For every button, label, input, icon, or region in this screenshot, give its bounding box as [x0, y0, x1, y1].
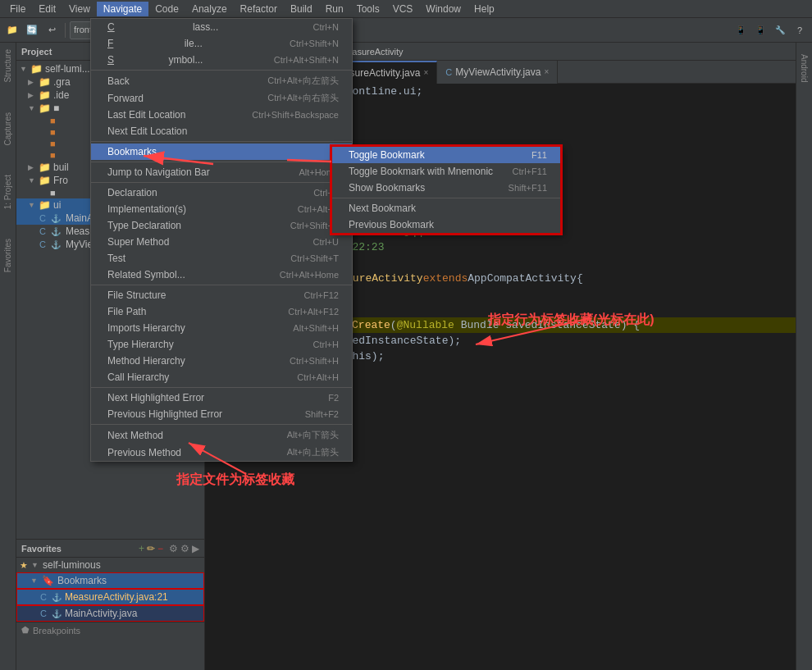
menu-next-method[interactable]: Next Method Alt+向下箭头: [91, 426, 352, 444]
fav-main-file[interactable]: C ⚓ MainActivity.java: [16, 605, 204, 622]
menu-file[interactable]: File: [3, 2, 32, 16]
structure-tab[interactable]: Structure: [2, 46, 14, 86]
favorites-tab-left[interactable]: Favorites: [2, 235, 14, 276]
nav-sep-6: [91, 387, 352, 388]
menu-next-error[interactable]: Next Highlighted Error F2: [91, 390, 352, 406]
fav-item-root[interactable]: ★ ▼ self-luminous: [16, 558, 204, 572]
android-tab[interactable]: Android: [798, 51, 810, 85]
menu-prev-method-shortcut: Alt+向上箭头: [287, 446, 339, 458]
menu-vcs[interactable]: VCS: [386, 2, 420, 16]
help-btn[interactable]: ?: [791, 21, 809, 39]
fav-edit-btn[interactable]: ✏: [147, 543, 155, 554]
menu-type-decl[interactable]: Type Declaration Ctrl+Shift+B: [91, 217, 352, 234]
menu-view[interactable]: View: [62, 2, 97, 16]
menu-file-path[interactable]: File Path Ctrl+Alt+F12: [91, 303, 352, 320]
menu-file-structure[interactable]: File Structure Ctrl+F12: [91, 287, 352, 303]
next-bookmark[interactable]: Next Bookmark: [332, 200, 560, 216]
sync-btn[interactable]: 🔄: [23, 21, 41, 39]
menu-class-label: C: [107, 21, 115, 33]
fav-measure-file[interactable]: C ⚓ MeasureActivity.java:21: [16, 589, 204, 605]
menu-file-shortcut: Ctrl+Shift+N: [290, 39, 339, 48]
navigate-menu: Class... Ctrl+N File... Ctrl+Shift+N Sym…: [90, 18, 353, 462]
menu-build[interactable]: Build: [284, 2, 319, 16]
undo-btn[interactable]: ↩: [43, 21, 61, 39]
menu-next-edit-label: Next Edit Location: [107, 125, 187, 137]
star-icon: ★: [20, 560, 28, 571]
menu-last-edit[interactable]: Last Edit Location Ctrl+Shift+Backspace: [91, 107, 352, 123]
sdk-btn[interactable]: 🔧: [771, 21, 789, 39]
menu-class[interactable]: Class... Ctrl+N: [91, 19, 352, 35]
toggle-bookmark[interactable]: Toggle Bookmark F11: [332, 147, 560, 163]
favorites-title: Favorites: [21, 544, 62, 554]
menu-back[interactable]: Back Ctrl+Alt+向左箭头: [91, 72, 352, 89]
menu-call-hierarchy[interactable]: Call Hierarchy Ctrl+Alt+H: [91, 369, 352, 385]
menu-type-hier-label: Type Hierarchy: [107, 339, 174, 350]
breakpoints-bar: ⬟ Breakpoints: [16, 622, 204, 638]
menu-analyze[interactable]: Analyze: [185, 2, 234, 16]
nav-sep-5: [91, 285, 352, 285]
show-bookmarks[interactable]: Show Bookmarks Shift+F11: [332, 180, 560, 196]
favorites-header: Favorites + ✏ − ⚙ ⚙ ▶: [16, 540, 204, 558]
tab-myviewactivity[interactable]: C MyViewActivity.java ×: [437, 61, 558, 84]
fav-main-icon: C: [40, 608, 47, 618]
prev-bookmark[interactable]: Previous Bookmark: [332, 216, 560, 233]
menu-next-edit[interactable]: Next Edit Location: [91, 123, 352, 139]
nav-sep-1: [91, 70, 352, 71]
tree-arrow-bookmarks: ▼: [30, 577, 39, 585]
breakpoints-label: Breakpoints: [33, 626, 80, 636]
toggle-bookmark-shortcut: F11: [531, 150, 547, 160]
menu-bookmarks[interactable]: Bookmarks ▶: [91, 144, 352, 160]
menu-forward[interactable]: Forward Ctrl+Alt+向右箭头: [91, 89, 352, 107]
tab-close-measure[interactable]: ×: [423, 68, 428, 77]
menu-test-shortcut: Ctrl+Shift+T: [290, 253, 339, 263]
menu-implementation[interactable]: Implementation(s) Ctrl+Alt+B: [91, 201, 352, 217]
fav-settings-btn[interactable]: ⚙: [169, 543, 178, 554]
menu-super-shortcut: Ctrl+U: [313, 237, 339, 247]
toggle-bookmark-mnemonic[interactable]: Toggle Bookmark with Mnemonic Ctrl+F11: [332, 163, 560, 180]
menu-test[interactable]: Test Ctrl+Shift+T: [91, 250, 352, 267]
bookmarks-folder-label: Bookmarks: [57, 575, 107, 586]
menu-code[interactable]: Code: [148, 2, 185, 16]
nav-sep-2: [91, 141, 352, 142]
menu-prev-error[interactable]: Previous Highlighted Error Shift+F2: [91, 406, 352, 422]
fav-gear2-btn[interactable]: ⚙: [180, 543, 189, 554]
menu-declaration[interactable]: Declaration Ctrl+B: [91, 185, 352, 201]
next-bookmark-label: Next Bookmark: [349, 203, 416, 214]
menu-file-nav[interactable]: File... Ctrl+Shift+N: [91, 35, 352, 52]
menu-forward-shortcut: Ctrl+Alt+向右箭头: [267, 92, 339, 104]
avd-btn[interactable]: 📱: [751, 21, 769, 39]
menu-type-hierarchy[interactable]: Type Hierarchy Ctrl+H: [91, 336, 352, 353]
fav-bookmarks-folder[interactable]: ▼ 🔖 Bookmarks: [16, 572, 204, 589]
device-btn[interactable]: 📱: [732, 21, 750, 39]
menu-prev-error-shortcut: Shift+F2: [305, 409, 339, 419]
menu-imports-label: Imports Hierarchy: [107, 322, 185, 334]
menu-jump-nav-bar[interactable]: Jump to Navigation Bar Alt+Home: [91, 164, 352, 180]
menu-super-method[interactable]: Super Method Ctrl+U: [91, 234, 352, 250]
fav-more-btn[interactable]: ▶: [192, 543, 199, 554]
menu-run[interactable]: Run: [319, 2, 350, 16]
menu-prev-method[interactable]: Previous Method Alt+向上箭头: [91, 444, 352, 461]
menu-help[interactable]: Help: [468, 2, 501, 16]
menu-tools[interactable]: Tools: [350, 2, 386, 16]
tab-close-myview[interactable]: ×: [544, 67, 549, 76]
menu-imports-hierarchy[interactable]: Imports Hierarchy Alt+Shift+H: [91, 320, 352, 336]
fav-add-btn[interactable]: +: [139, 543, 144, 554]
project-tab-left[interactable]: 1: Project: [2, 171, 14, 212]
menu-related-symbol[interactable]: Related Symbol... Ctrl+Alt+Home: [91, 267, 352, 283]
menu-declaration-label: Declaration: [107, 187, 157, 198]
captures-tab[interactable]: Captures: [2, 109, 14, 149]
menu-refactor[interactable]: Refactor: [234, 2, 284, 16]
menu-window[interactable]: Window: [419, 2, 468, 16]
fav-measure-label: MeasureActivity.java:21: [65, 591, 168, 603]
menu-edit[interactable]: Edit: [32, 2, 62, 16]
toggle-mnemonic-shortcut: Ctrl+F11: [513, 166, 548, 176]
project-panel-title: Project: [21, 47, 52, 57]
fav-measure-anchor: ⚓: [52, 593, 62, 602]
menu-symbol[interactable]: Symbol... Ctrl+Alt+Shift+N: [91, 52, 352, 68]
menu-back-shortcut: Ctrl+Alt+向左箭头: [267, 75, 339, 87]
fav-remove-btn[interactable]: −: [157, 543, 163, 554]
open-btn[interactable]: 📁: [3, 21, 21, 39]
menu-symbol-label: S: [107, 54, 114, 66]
menu-method-hierarchy[interactable]: Method Hierarchy Ctrl+Shift+H: [91, 353, 352, 369]
menu-navigate[interactable]: Navigate: [97, 2, 148, 16]
